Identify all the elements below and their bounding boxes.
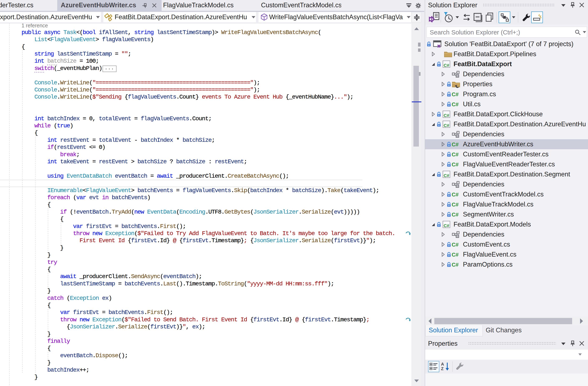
svg-text:A: A xyxy=(441,362,444,366)
svg-text:Z: Z xyxy=(441,366,443,371)
